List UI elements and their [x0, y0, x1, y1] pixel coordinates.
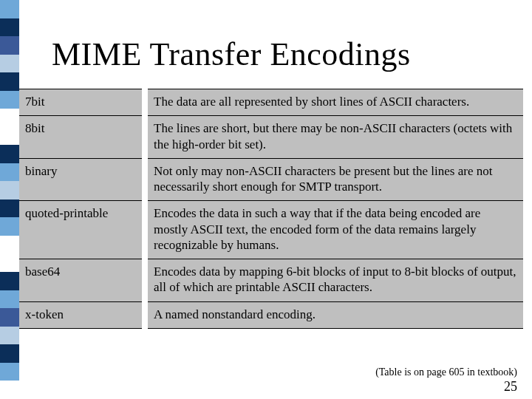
encoding-name: binary: [19, 158, 142, 201]
stripe-segment: [0, 327, 19, 345]
stripe-segment: [0, 0, 19, 18]
stripe-segment: [0, 381, 19, 399]
encoding-name: 8bit: [19, 116, 142, 159]
encoding-description: Encodes the data in such a way that if t…: [148, 201, 523, 259]
encoding-description: The data are all represented by short li…: [148, 89, 523, 116]
stripe-segment: [0, 363, 19, 381]
stripe-segment: [0, 91, 19, 109]
column-gap: [142, 158, 148, 201]
stripe-segment: [0, 109, 19, 127]
stripe-segment: [0, 200, 19, 218]
stripe-segment: [0, 217, 19, 236]
stripe-segment: [0, 145, 19, 163]
page-number: 25: [504, 379, 517, 395]
stripe-segment: [0, 181, 19, 200]
stripe-segment: [0, 72, 19, 91]
stripe-segment: [0, 236, 19, 254]
column-gap: [142, 116, 148, 159]
stripe-segment: [0, 272, 19, 290]
stripe-segment: [0, 36, 19, 55]
encodings-table: 7bitThe data are all represented by shor…: [19, 89, 523, 329]
table-row: x-tokenA named nonstandard encoding.: [19, 301, 523, 328]
encoding-name: x-token: [19, 301, 142, 328]
stripe-segment: [0, 253, 19, 272]
slide-title: MIME Transfer Encodings: [52, 35, 517, 73]
encoding-name: 7bit: [19, 89, 142, 116]
stripe-segment: [0, 18, 19, 37]
encoding-description: Not only may non-ASCII characters be pre…: [148, 158, 523, 201]
table-caption: (Table is on page 605 in textbook): [375, 366, 517, 378]
stripe-segment: [0, 290, 19, 309]
column-gap: [142, 201, 148, 259]
encoding-name: quoted-printable: [19, 201, 142, 259]
encoding-description: The lines are short, but there may be no…: [148, 116, 523, 159]
stripe-segment: [0, 308, 19, 327]
stripe-segment: [0, 344, 19, 363]
column-gap: [142, 259, 148, 302]
encoding-description: A named nonstandard encoding.: [148, 301, 523, 328]
decorative-side-stripe: [0, 0, 19, 399]
slide: MIME Transfer Encodings 7bitThe data are…: [0, 0, 532, 399]
table-row: 8bitThe lines are short, but there may b…: [19, 116, 523, 159]
stripe-segment: [0, 127, 19, 146]
encoding-name: base64: [19, 259, 142, 302]
column-gap: [142, 89, 148, 116]
table-row: base64Encodes data by mapping 6-bit bloc…: [19, 259, 523, 302]
table-row: binaryNot only may non-ASCII characters …: [19, 158, 523, 201]
stripe-segment: [0, 163, 19, 182]
encoding-description: Encodes data by mapping 6-bit blocks of …: [148, 259, 523, 302]
table-row: quoted-printableEncodes the data in such…: [19, 201, 523, 259]
column-gap: [142, 301, 148, 328]
table-row: 7bitThe data are all represented by shor…: [19, 89, 523, 116]
stripe-segment: [0, 55, 19, 73]
